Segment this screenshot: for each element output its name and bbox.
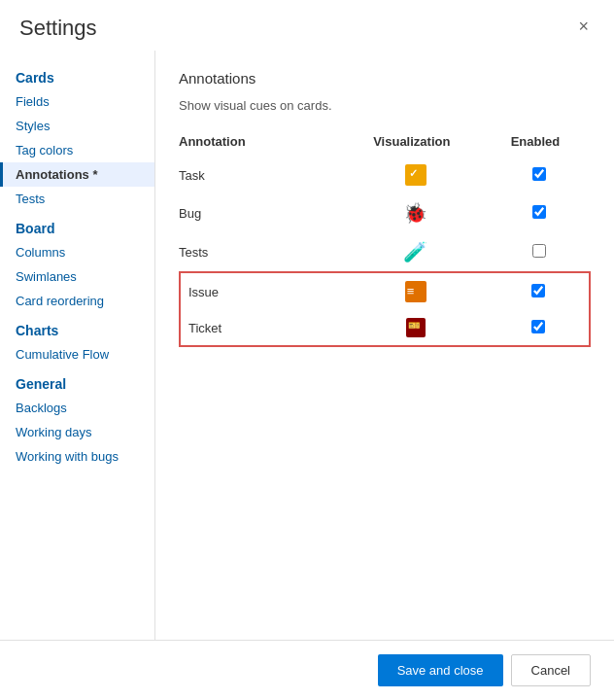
annotation-enabled-issue[interactable]: [487, 272, 590, 310]
table-row-ticket: Ticket 🎫: [180, 310, 590, 346]
dialog-title: Settings: [19, 16, 97, 41]
table-row: Task ✓: [179, 157, 591, 193]
sidebar-item-backlogs[interactable]: Backlogs: [0, 396, 154, 420]
annotation-icon-bug: 🐞: [344, 193, 488, 232]
table-row: Bug 🐞: [179, 193, 591, 232]
table-row-issue: Issue ≡: [180, 272, 590, 310]
sidebar-item-styles[interactable]: Styles: [0, 114, 154, 138]
annotation-icon-issue: ≡: [344, 272, 488, 310]
sidebar-item-cumulative-flow[interactable]: Cumulative Flow: [0, 342, 154, 367]
annotation-label-bug: Bug: [179, 193, 344, 232]
sidebar-item-annotations[interactable]: Annotations *: [0, 162, 154, 187]
dialog-body: Cards Fields Styles Tag colors Annotatio…: [0, 51, 614, 640]
sidebar-item-fields[interactable]: Fields: [0, 89, 154, 114]
checkbox-tests[interactable]: [532, 244, 546, 258]
annotation-label-task: Task: [179, 157, 344, 193]
annotation-enabled-tests[interactable]: [488, 232, 591, 271]
annotation-enabled-ticket[interactable]: [487, 310, 590, 346]
sidebar-item-columns[interactable]: Columns: [0, 240, 154, 264]
cancel-button[interactable]: Cancel: [511, 654, 591, 686]
checkbox-bug[interactable]: [532, 205, 546, 219]
annotation-label-issue: Issue: [180, 272, 344, 310]
annotations-table: Annotation Visualization Enabled Task ✓: [179, 128, 591, 271]
sidebar-item-tag-colors[interactable]: Tag colors: [0, 138, 154, 162]
sidebar-item-working-with-bugs[interactable]: Working with bugs: [0, 444, 154, 469]
main-content: Annotations Show visual cues on cards. A…: [155, 51, 614, 640]
annotation-icon-ticket: 🎫: [344, 310, 488, 346]
highlighted-annotations-table: Issue ≡ Ticket: [179, 271, 591, 347]
section-subtitle: Show visual cues on cards.: [179, 98, 591, 113]
sidebar-section-board: Board: [0, 211, 154, 240]
sidebar-section-general: General: [0, 367, 154, 396]
section-title: Annotations: [179, 70, 591, 87]
sidebar-item-working-days[interactable]: Working days: [0, 420, 154, 444]
col-header-visualization: Visualization: [344, 128, 488, 157]
annotation-label-ticket: Ticket: [180, 310, 344, 346]
sidebar-item-swimlanes[interactable]: Swimlanes: [0, 264, 154, 289]
checkbox-issue[interactable]: [531, 284, 545, 298]
sidebar: Cards Fields Styles Tag colors Annotatio…: [0, 51, 155, 640]
table-row: Tests 🧪: [179, 232, 591, 271]
close-button[interactable]: ×: [572, 16, 595, 37]
dialog-header: Settings ×: [0, 0, 614, 51]
col-header-enabled: Enabled: [488, 128, 591, 157]
annotation-enabled-bug[interactable]: [488, 193, 591, 232]
checkbox-task[interactable]: [532, 167, 546, 181]
annotation-icon-task: ✓: [344, 157, 488, 193]
sidebar-section-cards: Cards: [0, 60, 154, 89]
sidebar-section-charts: Charts: [0, 313, 154, 342]
sidebar-item-tests[interactable]: Tests: [0, 187, 154, 211]
sidebar-item-card-reordering[interactable]: Card reordering: [0, 289, 154, 313]
annotation-icon-tests: 🧪: [344, 232, 488, 271]
col-header-annotation: Annotation: [179, 128, 344, 157]
save-close-button[interactable]: Save and close: [378, 654, 503, 686]
dialog-footer: Save and close Cancel: [0, 640, 614, 700]
annotation-enabled-task[interactable]: [488, 157, 591, 193]
annotation-label-tests: Tests: [179, 232, 344, 271]
checkbox-ticket[interactable]: [531, 320, 545, 333]
settings-dialog: Settings × Cards Fields Styles Tag color…: [0, 0, 614, 700]
